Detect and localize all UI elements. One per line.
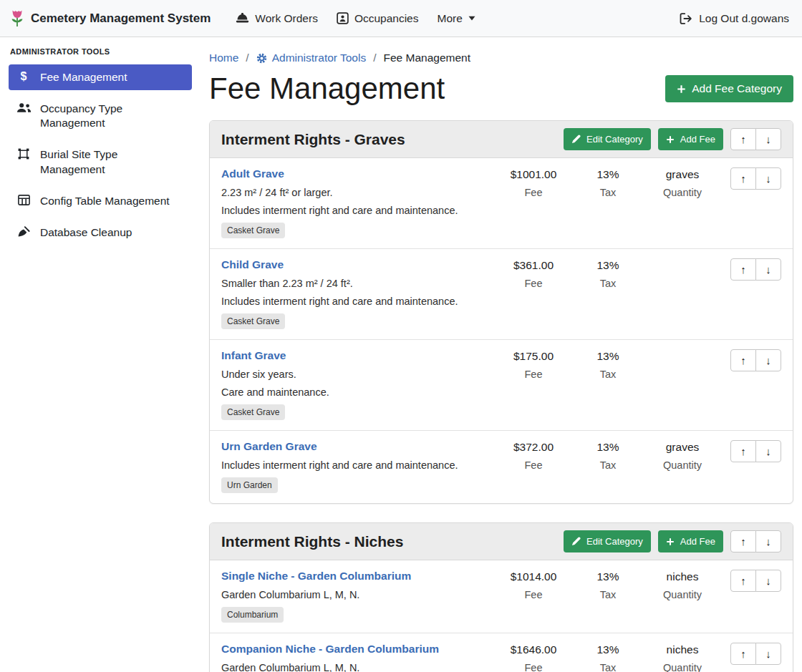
quantity-label: Quantity — [645, 459, 720, 471]
table-icon — [16, 195, 32, 205]
fee-name-link[interactable]: Single Niche - Garden Columbarium — [221, 570, 411, 583]
fee-reorder-buttons: ↑ ↓ — [720, 258, 781, 329]
sidebar-item-burial-site-type-management[interactable]: Burial Site Type Management — [9, 142, 192, 182]
tax-col: 13% Tax — [571, 570, 645, 623]
main-content: Home / Administrator Tools / Fee Managem… — [200, 37, 802, 672]
fee-name-link[interactable]: Urn Garden Grave — [221, 440, 317, 453]
move-category-up-button[interactable]: ↑ — [730, 530, 756, 552]
quantity-col: graves Quantity — [645, 167, 720, 238]
fee-name-link[interactable]: Adult Grave — [221, 167, 284, 180]
fee-reorder-buttons: ↑ ↓ — [720, 643, 781, 672]
fee-description: Care and maintenance. — [221, 386, 489, 398]
category-actions: Edit Category Add Fee ↑ ↓ — [564, 128, 781, 150]
sidebar-item-label: Occupancy Type Management — [40, 102, 185, 130]
edit-category-button[interactable]: Edit Category — [564, 530, 651, 552]
breadcrumb-admin-tools-label: Administrator Tools — [272, 52, 367, 64]
breadcrumb: Home / Administrator Tools / Fee Managem… — [209, 52, 793, 64]
fee-row: Adult Grave 2.23 m² / 24 ft² or larger. … — [210, 158, 793, 248]
nav-label: Occupancies — [354, 12, 419, 25]
move-fee-up-button[interactable]: ↑ — [730, 440, 756, 462]
breadcrumb-admin-tools-link[interactable]: Administrator Tools — [256, 52, 367, 64]
breadcrumb-current: Fee Management — [384, 52, 471, 64]
fee-name-link[interactable]: Infant Grave — [221, 349, 286, 362]
category-header: Interment Rights - Niches Edit Category … — [210, 523, 793, 560]
move-fee-down-button[interactable]: ↓ — [755, 440, 781, 462]
move-fee-down-button[interactable]: ↓ — [755, 258, 781, 281]
move-fee-up-button[interactable]: ↑ — [730, 643, 756, 665]
fee-amount-col: $1001.00 Fee — [496, 167, 571, 238]
occupancies-icon — [337, 12, 349, 24]
add-fee-button[interactable]: Add Fee — [658, 128, 723, 150]
move-fee-up-button[interactable]: ↑ — [730, 570, 756, 592]
quantity-col: niches Quantity — [645, 643, 720, 672]
move-fee-up-button[interactable]: ↑ — [730, 167, 756, 190]
fee-amount-col: $372.00 Fee — [496, 440, 571, 493]
fee-reorder-buttons: ↑ ↓ — [720, 167, 781, 238]
tax-label: Tax — [571, 589, 645, 600]
quantity-label: Quantity — [645, 589, 720, 600]
sidebar-item-occupancy-type-management[interactable]: Occupancy Type Management — [9, 96, 192, 136]
edit-category-button[interactable]: Edit Category — [564, 128, 651, 150]
fee-description: Garden Columbarium L, M, N. — [221, 662, 489, 672]
plus-icon — [666, 135, 675, 144]
sidebar: ADMINISTRATOR TOOLS $ Fee Management Occ… — [0, 37, 200, 672]
sidebar-item-label: Config Table Management — [40, 194, 170, 208]
fee-amount: $1646.00 — [496, 643, 571, 656]
move-fee-up-button[interactable]: ↑ — [730, 258, 756, 281]
arrow-group: ↑ ↓ — [730, 258, 781, 281]
tax-value: 13% — [571, 350, 645, 363]
move-category-down-button[interactable]: ↓ — [755, 530, 781, 552]
tax-col: 13% Tax — [571, 643, 645, 672]
category-reorder-buttons: ↑ ↓ — [730, 128, 781, 150]
fee-amount-col: $175.00 Fee — [496, 349, 571, 420]
quantity-col — [645, 258, 720, 329]
tulip-logo-icon — [10, 9, 24, 28]
fee-amount-label: Fee — [496, 187, 571, 198]
sidebar-item-label: Fee Management — [40, 70, 127, 84]
nav-item-work-orders[interactable]: Work Orders — [226, 6, 327, 31]
fee-info: Child Grave Smaller than 2.23 m² / 24 ft… — [221, 258, 496, 329]
arrow-group: ↑ ↓ — [730, 167, 781, 190]
tax-label: Tax — [571, 459, 645, 471]
category-card-niches: Interment Rights - Niches Edit Category … — [209, 522, 793, 672]
quantity-label: Quantity — [645, 662, 720, 672]
move-fee-up-button[interactable]: ↑ — [730, 349, 756, 371]
sidebar-item-config-table-management[interactable]: Config Table Management — [9, 188, 192, 214]
tax-label: Tax — [571, 369, 645, 380]
quantity-unit: graves — [645, 441, 720, 454]
nav-links: Work Orders Occupancies More — [226, 6, 485, 31]
move-fee-down-button[interactable]: ↓ — [755, 570, 781, 592]
move-fee-down-button[interactable]: ↓ — [755, 167, 781, 190]
fee-type-badge: Casket Grave — [221, 223, 285, 238]
move-fee-down-button[interactable]: ↓ — [755, 643, 781, 665]
move-category-up-button[interactable]: ↑ — [730, 128, 756, 150]
add-fee-button[interactable]: Add Fee — [658, 530, 723, 552]
logout-button[interactable]: Log Out d.gowans — [680, 12, 789, 25]
quantity-col: niches Quantity — [645, 570, 720, 623]
add-fee-category-button[interactable]: Add Fee Category — [665, 75, 793, 102]
quantity-col — [645, 349, 720, 420]
fee-description: Includes interment right and care and ma… — [221, 205, 489, 216]
sidebar-item-database-cleanup[interactable]: Database Cleanup — [9, 220, 192, 245]
fee-description: Includes interment right and care and ma… — [221, 296, 489, 307]
fee-name-link[interactable]: Child Grave — [221, 258, 284, 271]
fee-name-link[interactable]: Companion Niche - Garden Columbarium — [221, 643, 439, 656]
plus-icon — [677, 84, 686, 94]
tax-col: 13% Tax — [571, 440, 645, 493]
category-card-graves: Interment Rights - Graves Edit Category … — [209, 120, 793, 504]
fee-row: Infant Grave Under six years. Care and m… — [210, 339, 793, 430]
move-fee-down-button[interactable]: ↓ — [755, 349, 781, 371]
breadcrumb-home-link[interactable]: Home — [209, 52, 238, 64]
nav-item-more[interactable]: More — [428, 6, 485, 31]
nav-item-occupancies[interactable]: Occupancies — [327, 6, 428, 31]
tax-col: 13% Tax — [571, 349, 645, 420]
sidebar-item-fee-management[interactable]: $ Fee Management — [9, 64, 192, 90]
nav-label: Work Orders — [255, 12, 318, 25]
fee-amount: $361.00 — [496, 259, 571, 272]
move-category-down-button[interactable]: ↓ — [755, 128, 781, 150]
fee-amount: $372.00 — [496, 441, 571, 454]
gear-icon — [256, 53, 267, 64]
fee-description: Smaller than 2.23 m² / 24 ft². — [221, 278, 489, 289]
breadcrumb-separator: / — [246, 52, 248, 64]
plus-icon — [666, 537, 675, 546]
